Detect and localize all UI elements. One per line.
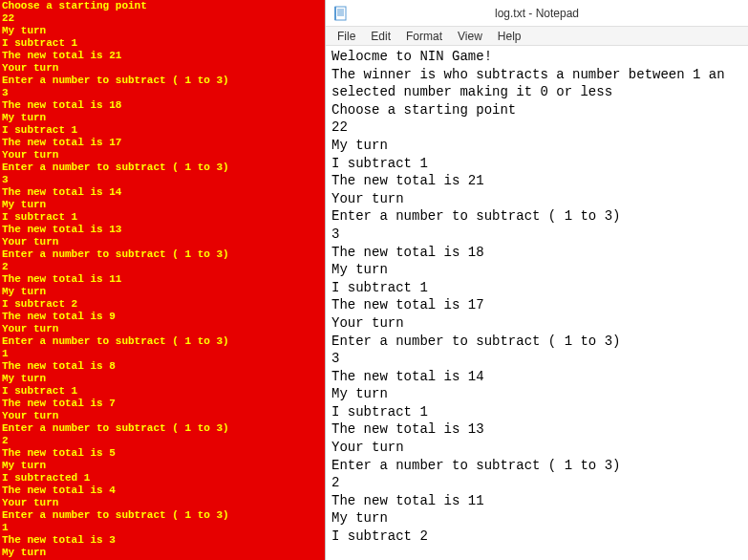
notepad-line: I subtract 2 (331, 528, 742, 546)
console-line: My turn (2, 112, 323, 124)
console-line: Your turn (2, 323, 323, 335)
console-line: 2 (2, 435, 323, 447)
console-line: My turn (2, 286, 323, 298)
notepad-icon (333, 6, 349, 21)
notepad-line: Welocme to NIN Game! (331, 48, 742, 66)
notepad-line: Enter a number to subtract ( 1 to 3) (331, 457, 742, 475)
console-line: 3 (2, 87, 323, 99)
console-line: Enter a number to subtract ( 1 to 3) (2, 75, 323, 87)
console-line: The new total is 14 (2, 186, 323, 199)
console-line: The new total is 8 (2, 360, 323, 373)
console-line: Enter a number to subtract ( 1 to 3) (2, 248, 323, 261)
notepad-line: selected number making it 0 or less (331, 83, 742, 101)
console-line: The new total is 3 (2, 534, 323, 547)
console-line: Your turn (2, 410, 323, 422)
menu-file[interactable]: File (330, 29, 363, 44)
console-line: I subtract 2 (2, 298, 323, 311)
console-line: Enter a number to subtract ( 1 to 3) (2, 162, 323, 174)
console-line: The new total is 7 (2, 398, 323, 410)
notepad-line: The new total is 14 (331, 368, 742, 386)
menu-edit[interactable]: Edit (363, 29, 398, 44)
console-line: The new total is 9 (2, 311, 323, 323)
console-line: The new total is 4 (2, 485, 323, 497)
console-line: The new total is 11 (2, 273, 323, 286)
notepad-line: The new total is 13 (331, 420, 742, 439)
console-line: 22 (2, 12, 323, 25)
notepad-line: Enter a number to subtract ( 1 to 3) (331, 333, 742, 351)
notepad-line: 3 (331, 226, 742, 244)
menu-view[interactable]: View (450, 29, 490, 44)
console-line: Enter a number to subtract ( 1 to 3) (2, 335, 323, 348)
menu-help[interactable]: Help (490, 29, 529, 44)
notepad-line: 2 (331, 474, 742, 492)
console-window[interactable]: Choose a starting point22My turnI subtra… (0, 0, 325, 560)
console-line: 1 (2, 522, 323, 534)
notepad-line: My turn (331, 385, 742, 403)
notepad-line: The new total is 17 (331, 296, 742, 314)
console-line: Enter a number to subtract ( 1 to 3) (2, 422, 323, 435)
notepad-line: Enter a number to subtract ( 1 to 3) (331, 207, 742, 226)
menu-format[interactable]: Format (398, 29, 450, 44)
notepad-text-area[interactable]: Welocme to NIN Game!The winner is who su… (326, 46, 748, 560)
notepad-line: The new total is 18 (331, 244, 742, 262)
notepad-window: log.txt - Notepad File Edit Format View … (325, 0, 748, 560)
notepad-line: 3 (331, 350, 742, 368)
window-title: log.txt - Notepad (326, 7, 748, 20)
notepad-line: Your turn (331, 190, 742, 208)
notepad-line: Your turn (331, 439, 742, 457)
menubar: File Edit Format View Help (326, 27, 748, 46)
notepad-line: Choose a starting point (331, 101, 742, 119)
console-line: I subtract 1 (2, 37, 323, 50)
console-line: 2 (2, 261, 323, 273)
console-line: Your turn (2, 149, 323, 162)
console-line: My turn (2, 547, 323, 559)
notepad-line: My turn (331, 509, 742, 528)
notepad-line: I subtract 1 (331, 279, 742, 297)
notepad-line: Your turn (331, 314, 742, 333)
notepad-line: The winner is who subtracts a number bet… (331, 66, 742, 84)
svg-rect-5 (334, 7, 336, 20)
titlebar[interactable]: log.txt - Notepad (326, 0, 748, 27)
console-line: My turn (2, 199, 323, 211)
notepad-line: The new total is 21 (331, 172, 742, 190)
notepad-line: I subtract 1 (331, 403, 742, 421)
console-line: Your turn (2, 62, 323, 75)
notepad-line: My turn (331, 137, 742, 155)
notepad-line: I subtract 1 (331, 155, 742, 173)
console-line: The new total is 5 (2, 447, 323, 460)
console-line: I subtract 1 (2, 124, 323, 137)
notepad-line: My turn (331, 261, 742, 279)
console-line: The new total is 18 (2, 99, 323, 112)
console-line: The new total is 21 (2, 50, 323, 62)
console-line: Choose a starting point (2, 0, 323, 12)
console-line: The new total is 13 (2, 224, 323, 236)
console-line: 1 (2, 348, 323, 360)
console-line: My turn (2, 373, 323, 385)
console-line: I subtract 1 (2, 385, 323, 398)
notepad-line: 22 (331, 118, 742, 137)
console-line: 3 (2, 174, 323, 186)
console-line: Your turn (2, 236, 323, 248)
console-line: My turn (2, 25, 323, 37)
console-line: I subtracted 1 (2, 472, 323, 485)
notepad-line: The new total is 11 (331, 492, 742, 510)
console-line: Your turn (2, 497, 323, 509)
console-line: Enter a number to subtract ( 1 to 3) (2, 509, 323, 522)
console-line: I subtract 1 (2, 211, 323, 224)
console-line: The new total is 17 (2, 137, 323, 149)
console-line: My turn (2, 460, 323, 472)
